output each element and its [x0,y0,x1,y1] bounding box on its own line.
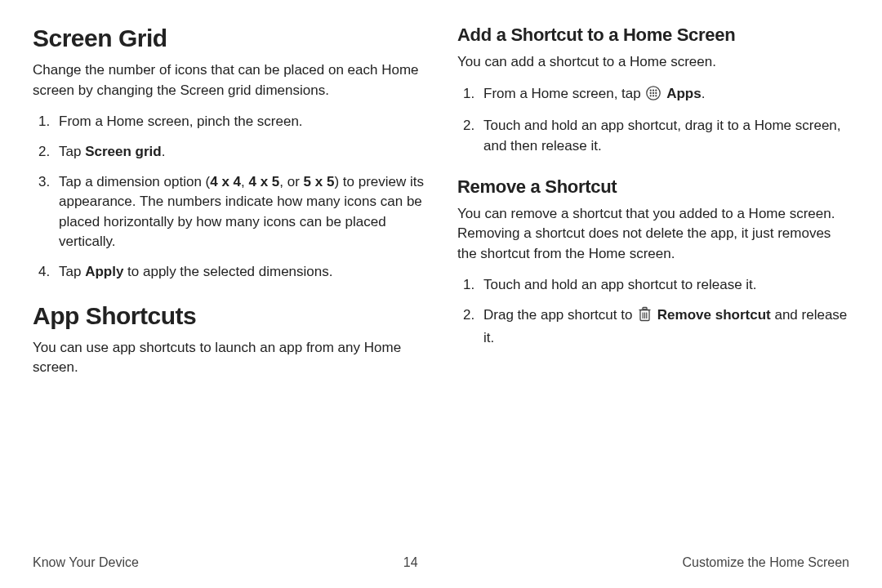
screen-grid-steps: From a Home screen, pinch the screen. Ta… [33,112,425,282]
app-shortcuts-intro: You can use app shortcuts to launch an a… [33,338,425,378]
bold-apps: Apps [666,86,702,101]
apps-icon [646,86,661,107]
bold-4x4: 4 x 4 [210,174,241,189]
text: Tap [59,264,85,279]
remove-shortcut-intro: You can remove a shortcut that you added… [457,204,849,265]
add-step-1: From a Home screen, tap Apps. [479,84,849,107]
trash-icon [638,306,652,328]
svg-point-9 [656,95,657,96]
svg-point-1 [650,89,652,91]
heading-remove-shortcut: Remove a Shortcut [457,176,849,198]
right-column: Add a Shortcut to a Home Screen You can … [457,24,849,390]
step-2: Tap Screen grid. [54,142,425,163]
svg-rect-12 [643,308,647,310]
bold-apply: Apply [85,264,123,279]
heading-screen-grid: Screen Grid [33,24,425,52]
text: to apply the selected dimensions. [123,264,332,279]
add-shortcut-intro: You can add a shortcut to a Home screen. [457,52,849,73]
remove-shortcut-steps: Touch and hold an app shortcut to releas… [457,275,849,348]
text: Tap [59,144,85,159]
remove-step-1: Touch and hold an app shortcut to releas… [479,275,849,296]
add-shortcut-steps: From a Home screen, tap Apps. Touch and … [457,84,849,157]
text: Drag the app shortcut to [483,307,636,323]
svg-point-5 [653,91,654,93]
text: Tap a dimension option ( [59,174,210,189]
text: , or [279,174,303,189]
svg-point-2 [653,89,654,91]
step-4: Tap Apply to apply the selected dimensio… [54,262,425,283]
text: . [162,144,166,159]
heading-app-shortcuts: App Shortcuts [33,302,425,330]
bold-4x5: 4 x 5 [249,174,280,189]
step-3: Tap a dimension option (4 x 4, 4 x 5, or… [54,172,425,253]
remove-step-2: Drag the app shortcut to Remove shortcut… [479,305,849,348]
step-1: From a Home screen, pinch the screen. [54,112,425,132]
svg-point-3 [656,89,657,91]
svg-point-4 [650,91,652,93]
svg-point-6 [656,91,657,93]
bold-screen-grid: Screen grid [85,144,162,159]
page-footer: Know Your Device 14 Customize the Home S… [33,555,849,570]
screen-grid-intro: Change the number of icons that can be p… [33,60,425,100]
left-column: Screen Grid Change the number of icons t… [33,24,425,390]
svg-point-8 [653,95,654,96]
bold-remove-shortcut: Remove shortcut [657,307,771,323]
text: , [241,174,248,189]
bold-5x5: 5 x 5 [304,174,335,189]
footer-page-number: 14 [403,555,418,570]
heading-add-shortcut: Add a Shortcut to a Home Screen [457,24,849,46]
footer-left: Know Your Device [33,555,139,570]
text: From a Home screen, tap [483,86,644,101]
text: . [702,86,706,101]
page-body: Screen Grid Change the number of icons t… [0,0,882,398]
footer-right: Customize the Home Screen [682,555,849,570]
add-step-2: Touch and hold an app shortcut, drag it … [479,116,849,156]
svg-point-7 [650,95,652,96]
